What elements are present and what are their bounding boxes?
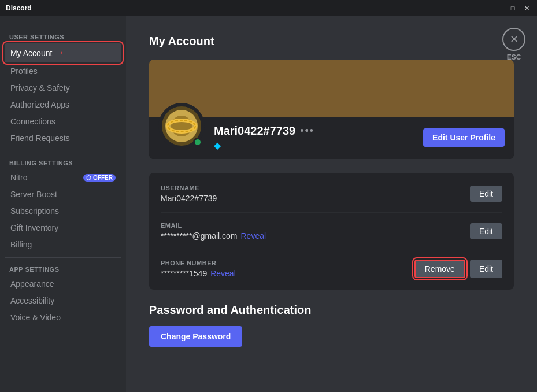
minimize-button[interactable]: — — [494, 3, 503, 13]
avatar-wrap — [158, 103, 205, 149]
email-value-row: **********@gmail.com Reveal — [161, 231, 470, 241]
profile-name-row: Mari0422#7739 ••• — [214, 124, 414, 138]
voice-video-label: Voice & Video — [10, 313, 61, 322]
sidebar-item-friend-requests[interactable]: Friend Requests — [5, 130, 121, 146]
maximize-button[interactable]: □ — [508, 3, 517, 13]
esc-button[interactable]: ✕ ESC — [502, 28, 525, 61]
sidebar-item-voice-video[interactable]: Voice & Video — [5, 309, 121, 326]
phone-field-left: PHONE NUMBER *********1549 Reveal — [161, 260, 414, 278]
accessibility-label: Accessibility — [10, 296, 54, 305]
esc-circle-icon: ✕ — [502, 28, 525, 51]
gift-inventory-label: Gift Inventory — [10, 223, 58, 232]
privacy-safety-label: Privacy & Safety — [10, 83, 70, 93]
email-field-left: EMAIL **********@gmail.com Reveal — [161, 222, 470, 241]
billing-label: Billing — [10, 240, 32, 249]
sidebar-item-appearance[interactable]: Appearance — [5, 276, 121, 292]
subscriptions-label: Subscriptions — [10, 206, 59, 216]
profiles-label: Profiles — [10, 66, 38, 76]
nitro-icon: ⬡ — [86, 175, 91, 181]
sidebar-item-connections[interactable]: Connections — [5, 113, 121, 130]
sidebar-item-privacy-safety[interactable]: Privacy & Safety — [5, 80, 121, 96]
username-field-left: USERNAME Mari0422#7739 — [161, 184, 470, 203]
profile-options-dots[interactable]: ••• — [300, 125, 314, 137]
appearance-label: Appearance — [10, 279, 54, 289]
sidebar-item-accessibility[interactable]: Accessibility — [5, 293, 121, 309]
avatar-image — [164, 109, 199, 143]
phone-masked: *********1549 — [161, 269, 207, 278]
username-edit-button[interactable]: Edit — [470, 186, 502, 202]
profile-info-row: Mari0422#7739 ••• ◆ Edit User Profile — [149, 117, 514, 159]
username-value: Mari0422#7739 — [161, 194, 470, 203]
esc-label: ESC — [507, 53, 521, 61]
nitro-diamond-icon: ◆ — [214, 140, 221, 150]
email-label: EMAIL — [161, 222, 470, 229]
friend-requests-label: Friend Requests — [10, 134, 70, 143]
sidebar-item-my-account[interactable]: My Account ← — [5, 43, 121, 62]
sidebar-item-profiles[interactable]: Profiles — [5, 63, 121, 79]
profile-name-block: Mari0422#7739 ••• ◆ — [214, 124, 414, 151]
billing-settings-label: BILLING SETTINGS — [5, 156, 121, 169]
profile-username: Mari0422#7739 — [214, 124, 295, 138]
phone-field: PHONE NUMBER *********1549 Reveal Remove… — [161, 260, 502, 278]
username-actions: Edit — [470, 186, 502, 202]
edit-profile-button[interactable]: Edit User Profile — [423, 128, 505, 147]
server-boost-label: Server Boost — [10, 190, 57, 199]
sidebar: USER SETTINGS My Account ← Profiles Priv… — [0, 16, 126, 392]
authorized-apps-label: Authorized Apps — [10, 100, 69, 109]
app-body: USER SETTINGS My Account ← Profiles Priv… — [0, 16, 537, 392]
connections-label: Connections — [10, 117, 55, 126]
info-section: USERNAME Mari0422#7739 Edit EMAIL ******… — [149, 173, 514, 290]
sidebar-item-gift-inventory[interactable]: Gift Inventory — [5, 220, 121, 236]
user-settings-label: USER SETTINGS — [5, 30, 121, 43]
window-controls: — □ ✕ — [494, 3, 531, 13]
page-title: My Account — [149, 35, 514, 48]
change-password-button[interactable]: Change Password — [149, 326, 242, 347]
online-status-dot — [193, 138, 202, 147]
phone-label: PHONE NUMBER — [161, 260, 414, 267]
sidebar-item-nitro[interactable]: Nitro ⬡ OFFER — [5, 169, 121, 186]
username-field: USERNAME Mari0422#7739 Edit — [161, 184, 502, 213]
sidebar-item-billing[interactable]: Billing — [5, 236, 121, 253]
email-masked: **********@gmail.com — [161, 231, 238, 241]
nitro-label: Nitro — [10, 173, 28, 182]
titlebar: Discord — □ ✕ — [0, 0, 537, 16]
nitro-offer-badge: ⬡ OFFER — [83, 174, 116, 182]
sidebar-item-authorized-apps[interactable]: Authorized Apps — [5, 97, 121, 113]
phone-actions: Remove Edit — [414, 260, 502, 278]
email-actions: Edit — [470, 223, 502, 239]
username-label: USERNAME — [161, 184, 470, 191]
email-edit-button[interactable]: Edit — [470, 223, 502, 239]
phone-value-row: *********1549 Reveal — [161, 269, 414, 278]
phone-remove-button[interactable]: Remove — [414, 260, 465, 278]
nitro-badge-text: OFFER — [93, 175, 113, 181]
main-content: ✕ ESC My Account — [126, 16, 537, 392]
phone-edit-button[interactable]: Edit — [470, 260, 502, 278]
sidebar-divider-1 — [5, 151, 121, 151]
my-account-label: My Account — [10, 49, 52, 58]
phone-reveal-link[interactable]: Reveal — [210, 269, 236, 278]
profile-badge-row: ◆ — [214, 140, 414, 151]
profile-card: Mari0422#7739 ••• ◆ Edit User Profile — [149, 60, 514, 159]
sidebar-divider-2 — [5, 257, 121, 258]
email-reveal-link[interactable]: Reveal — [241, 231, 266, 241]
password-section-title: Password and Authentication — [149, 304, 514, 317]
sidebar-item-subscriptions[interactable]: Subscriptions — [5, 203, 121, 219]
sidebar-item-server-boost[interactable]: Server Boost — [5, 186, 121, 202]
app-title: Discord — [6, 4, 494, 12]
app-settings-label: APP SETTINGS — [5, 262, 121, 275]
close-button[interactable]: ✕ — [522, 3, 531, 13]
annotation-arrow: ← — [58, 47, 68, 59]
email-field: EMAIL **********@gmail.com Reveal Edit — [161, 222, 502, 250]
